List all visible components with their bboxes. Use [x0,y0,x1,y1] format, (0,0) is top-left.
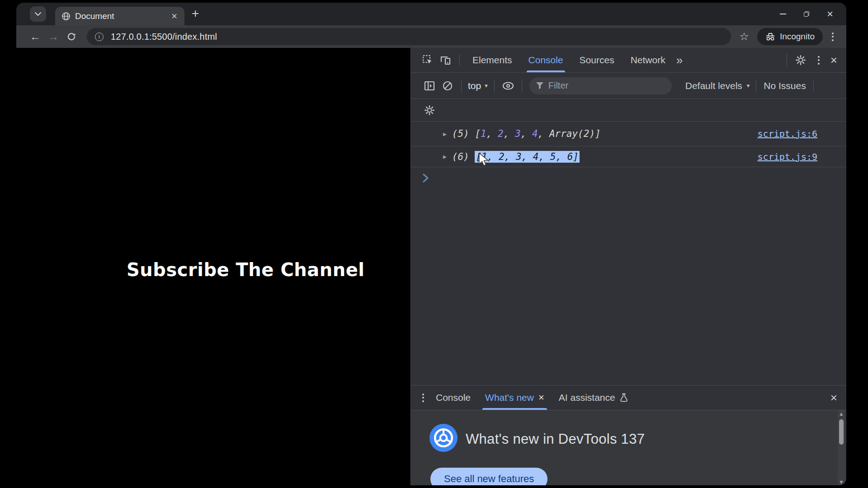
message-text: (6) [1, 2, 3, 4, 5, 6] [452,151,580,162]
drawer-close-button[interactable]: × [828,391,840,405]
drawer-menu-button[interactable] [418,390,429,406]
sidebar-icon [424,81,435,91]
console-message-1[interactable]: ▶ (5) [1, 2, 3, 4, Array(2)] script.js:6 [410,122,846,146]
browser-tab[interactable]: Document × [55,7,184,25]
console-toolbar: top ▾ Default [410,72,846,99]
see-all-features-button[interactable]: See all new features [430,468,547,485]
drawer-tab-console[interactable]: Console [429,385,478,410]
browser-toolbar: ← → i 127.0.0.1:5500/index.html ☆ Incogn… [16,25,846,48]
web-page-viewport: Subscribe The Channel [16,48,410,485]
tab-close-icon[interactable]: × [170,11,179,21]
bookmark-star-icon[interactable]: ☆ [736,30,753,43]
tab-search-button[interactable] [30,6,46,22]
flask-icon [620,393,628,402]
source-link[interactable]: script.js:9 [758,151,817,162]
page-heading: Subscribe The Channel [127,259,365,280]
console-sidebar-button[interactable] [420,77,439,95]
console-messages: ▶ (5) [1, 2, 3, 4, Array(2)] script.js:6… [410,121,846,189]
drawer-tab-ai-assistance[interactable]: AI assistance [552,385,635,410]
forward-button[interactable]: → [44,28,62,46]
eye-icon [502,82,514,90]
browser-window: Document × + × ← → i 127.0.0.1:5500/inde… [16,3,846,485]
clear-console-icon [442,80,453,91]
tab-network[interactable]: Network [623,48,674,72]
inspect-element-button[interactable] [419,51,437,69]
scroll-up-icon[interactable]: ▲ [839,410,844,418]
drawer-tab-whats-new[interactable]: What's new × [478,385,552,410]
log-levels-label: Default levels [685,80,742,91]
console-settings-row [410,99,846,121]
chevron-down-icon: ▾ [485,82,488,89]
funnel-icon [536,82,544,89]
more-panels-button[interactable]: » [674,53,685,67]
address-bar[interactable]: i 127.0.0.1:5500/index.html [87,28,731,45]
mouse-cursor [478,153,490,166]
tab-sources[interactable]: Sources [571,48,623,72]
restore-icon [804,11,809,17]
chrome-devtools-logo-icon [429,424,458,452]
incognito-badge: Incognito [757,28,823,45]
incognito-icon [765,33,775,41]
console-prompt[interactable] [410,167,846,189]
gear-icon [424,105,435,116]
devtools-settings-button[interactable] [792,51,810,69]
devtools-close-button[interactable]: × [828,53,840,67]
tab-strip: Document × + × [16,3,846,25]
expand-triangle-icon[interactable]: ▶ [443,131,447,137]
device-toolbar-button[interactable] [437,51,455,69]
tab-title: Document [75,11,170,21]
selected-text: [1, 2, 3, 4, 5, 6] [475,151,580,163]
reload-icon [66,32,76,42]
chevron-down-icon [34,12,42,16]
live-expression-button[interactable] [499,77,517,95]
new-tab-button[interactable]: + [192,6,199,21]
devtools-tab-bar: Elements Console Sources Network » [410,48,846,72]
console-settings-button[interactable] [420,101,439,119]
tab-close-icon[interactable]: × [538,392,544,404]
devtools-menu-button[interactable] [810,51,828,69]
kebab-icon [813,52,824,68]
globe-favicon-icon [61,12,71,21]
window-close-icon: × [827,9,833,19]
minimize-button[interactable] [771,3,795,25]
restore-button[interactable] [795,3,818,25]
message-text: (5) [1, 2, 3, 4, Array(2)] [452,128,601,139]
whats-new-title: What's new in DevTools 137 [466,431,645,447]
context-label: top [468,80,481,91]
window-close-button[interactable]: × [818,3,842,25]
log-levels-selector[interactable]: Default levels ▾ [684,80,752,91]
whats-new-panel: What's new in DevTools 137 See all new f… [410,410,846,485]
reload-button[interactable] [62,28,80,46]
incognito-label: Incognito [780,32,815,42]
expand-triangle-icon[interactable]: ▶ [443,153,447,160]
scrollbar-thumb[interactable] [839,419,844,445]
site-info-icon[interactable]: i [95,33,104,41]
issues-counter[interactable]: No Issues [761,80,808,91]
devtools-drawer: Console What's new × AI assistance × [410,385,846,485]
filter-input[interactable] [548,80,648,91]
clear-console-button[interactable] [439,77,457,95]
devtools-panel: Elements Console Sources Network » [410,48,846,485]
tab-elements[interactable]: Elements [464,48,520,72]
scroll-down-icon[interactable]: ▼ [839,479,844,485]
back-button[interactable]: ← [26,28,44,46]
browser-menu-button[interactable] [827,29,838,45]
prompt-chevron-icon [422,173,429,183]
chevron-down-icon: ▾ [747,82,750,89]
inspect-cursor-icon [422,55,433,66]
drawer-scrollbar[interactable]: ▲ ▼ [838,410,845,485]
gear-icon [795,55,806,66]
console-filter[interactable] [529,77,672,94]
context-selector[interactable]: top ▾ [466,80,490,91]
console-message-2[interactable]: ▶ (6) [1, 2, 3, 4, 5, 6] script.js:9 [410,146,846,167]
drawer-tab-bar: Console What's new × AI assistance × [410,385,846,410]
device-toolbar-icon [440,55,452,66]
source-link[interactable]: script.js:6 [758,128,817,139]
window-controls: × [771,3,846,25]
url-text[interactable]: 127.0.0.1:5500/index.html [111,32,217,42]
tab-console[interactable]: Console [520,48,571,72]
minimize-icon [780,14,786,14]
